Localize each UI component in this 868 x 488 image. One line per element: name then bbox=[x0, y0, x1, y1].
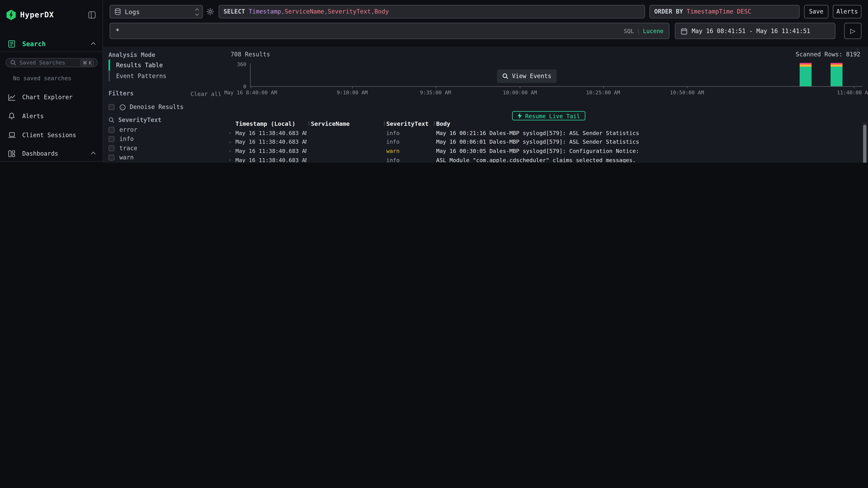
scrollbar-thumb[interactable] bbox=[863, 125, 866, 163]
alerts-button[interactable]: Alerts bbox=[833, 5, 862, 19]
results-count: 708 Results bbox=[230, 51, 270, 58]
x-axis-label: 10:50:00 AM bbox=[670, 90, 704, 95]
row-expand-chevron-icon[interactable]: › bbox=[227, 157, 236, 163]
time-range-picker[interactable]: May 16 08:41:51 - May 16 11:41:51 bbox=[675, 23, 835, 39]
clear-all-link[interactable]: Clear all bbox=[190, 90, 221, 97]
database-icon bbox=[115, 8, 121, 15]
query-search-input[interactable]: * SQL|Lucene bbox=[110, 23, 670, 39]
bar-segment-error bbox=[831, 63, 843, 64]
brand-title: HyperDX bbox=[20, 10, 54, 19]
sql-mode-label[interactable]: SQL bbox=[624, 28, 634, 34]
chart-explorer-icon bbox=[8, 93, 16, 101]
scrollbar-track[interactable] bbox=[863, 123, 867, 163]
analysis-mode-tab-results-table[interactable]: Results Table bbox=[108, 60, 222, 70]
cell-severity: info bbox=[386, 139, 432, 145]
table-row[interactable]: ›May 16 11:38:40.683 AMinfoMay 16 00:06:… bbox=[227, 137, 868, 147]
column-header-timestamp[interactable]: Timestamp (Local) bbox=[236, 120, 307, 127]
source-settings-gear-icon[interactable] bbox=[206, 8, 214, 16]
search-page-icon bbox=[8, 40, 16, 48]
filter-option-trace[interactable]: trace bbox=[108, 144, 222, 152]
column-header-body[interactable]: Body bbox=[436, 120, 868, 127]
table-row[interactable]: ›May 16 11:38:40.683 AMwarnMay 16 00:30:… bbox=[227, 147, 868, 156]
sidebar-collapse-icon[interactable] bbox=[88, 11, 96, 19]
x-axis-tick bbox=[435, 86, 436, 88]
sql-select-keyword: SELECT bbox=[223, 8, 245, 15]
sidebar-item-chart-explorer[interactable]: Chart Explorer bbox=[0, 91, 102, 103]
histogram-bar[interactable] bbox=[800, 63, 811, 86]
chevron-up-down-icon bbox=[196, 7, 198, 16]
bell-icon bbox=[8, 112, 16, 120]
divider bbox=[0, 52, 102, 52]
column-resize-handle[interactable]: ⋮ bbox=[432, 121, 436, 126]
row-expand-chevron-icon[interactable]: › bbox=[227, 130, 236, 136]
lucene-mode-label[interactable]: Lucene bbox=[643, 28, 663, 34]
facet-severitytext: SeverityText bbox=[108, 116, 222, 124]
row-expand-chevron-icon[interactable]: › bbox=[227, 139, 236, 145]
table-options-kebab-icon[interactable]: ⋮ bbox=[855, 48, 860, 55]
y-axis-max-label: 360 bbox=[228, 61, 246, 67]
row-expand-chevron-icon[interactable]: › bbox=[227, 148, 236, 154]
column-resize-handle[interactable]: ⋮ bbox=[382, 121, 386, 126]
x-axis-label: 10:00:00 AM bbox=[503, 90, 537, 95]
sql-orderby-keyword: ORDER BY bbox=[654, 8, 683, 15]
chevron-up-icon[interactable] bbox=[92, 150, 95, 157]
filter-option-error[interactable]: error bbox=[108, 126, 222, 134]
select-columns-input[interactable]: SELECT Timestamp, ServiceName, SeverityT… bbox=[219, 5, 645, 19]
cell-body: ASL Module "com.apple.cdscheduler" claim… bbox=[436, 157, 868, 163]
histogram-bar[interactable] bbox=[831, 63, 843, 86]
sidebar-item-label: Chart Explorer bbox=[22, 94, 72, 101]
column-header-severitytext[interactable]: SeverityText bbox=[386, 120, 432, 127]
checkbox[interactable] bbox=[108, 127, 115, 133]
view-events-button[interactable]: View Events bbox=[497, 69, 557, 83]
cell-body: May 16 00:21:16 Dales-MBP syslogd[579]: … bbox=[436, 130, 868, 136]
lightning-bolt-icon bbox=[518, 113, 522, 119]
save-button[interactable]: Save bbox=[804, 5, 828, 19]
cell-timestamp: May 16 11:38:40.683 AM bbox=[236, 157, 307, 163]
order-by-input[interactable]: ORDER BY TimestampTime DESC bbox=[649, 5, 800, 19]
saved-searches-input[interactable]: Saved Searches ⌘ K bbox=[5, 58, 98, 67]
time-range-value: May 16 08:41:51 - May 16 11:41:51 bbox=[692, 28, 810, 35]
denoise-icon bbox=[119, 104, 126, 110]
checkbox[interactable] bbox=[108, 145, 115, 151]
denoise-results-option[interactable]: Denoise Results bbox=[108, 103, 222, 111]
bar-segment-warn bbox=[831, 64, 843, 67]
analysis-mode-tab-event-patterns[interactable]: Event Patterns bbox=[108, 70, 222, 81]
filter-option-info[interactable]: info bbox=[108, 135, 222, 143]
sidebar: HyperDX Search Saved Searches ⌘ K bbox=[0, 0, 103, 163]
sidebar-item-dashboards[interactable]: Dashboards bbox=[0, 148, 102, 159]
x-axis-label: May 16 8:40:00 AM bbox=[224, 90, 277, 95]
run-query-button[interactable]: ▷ bbox=[844, 23, 862, 39]
table-row[interactable]: ›May 16 11:38:40.683 AMinfoMay 16 00:21:… bbox=[227, 129, 868, 137]
search-icon bbox=[502, 73, 508, 79]
search-icon[interactable] bbox=[108, 117, 115, 123]
chevron-up-icon[interactable] bbox=[92, 40, 95, 48]
shortcut-badge: ⌘ K bbox=[81, 60, 94, 66]
scanned-rows: Scanned Rows: 8192 bbox=[796, 51, 860, 58]
column-resize-handle[interactable]: ⋮ bbox=[307, 121, 311, 126]
sidebar-item-alerts[interactable]: Alerts bbox=[0, 110, 102, 122]
checkbox[interactable] bbox=[108, 155, 115, 161]
sql-column: SeverityText bbox=[328, 8, 371, 15]
filter-option-label: warn bbox=[119, 154, 134, 161]
calendar-icon bbox=[681, 28, 687, 35]
sidebar-item-client-sessions[interactable]: Client Sessions bbox=[0, 129, 102, 141]
source-select-value: Logs bbox=[125, 8, 140, 15]
dashboards-icon bbox=[8, 150, 16, 158]
column-header-servicename[interactable]: ServiceName bbox=[311, 120, 382, 127]
query-language-toggle[interactable]: SQL|Lucene bbox=[624, 28, 663, 34]
table-row[interactable]: ›May 16 11:38:40.683 AMinfoASL Module "c… bbox=[227, 156, 868, 163]
no-saved-searches-text: No saved searches bbox=[13, 75, 71, 81]
cell-severity: warn bbox=[386, 148, 432, 154]
x-axis-tick bbox=[854, 86, 855, 88]
search-icon bbox=[10, 60, 16, 66]
source-select[interactable]: Logs bbox=[110, 5, 203, 19]
x-axis-label: 10:25:00 AM bbox=[586, 90, 620, 95]
x-axis-label: 11:40:00 AM bbox=[837, 90, 868, 95]
sidebar-item-search[interactable]: Search bbox=[0, 38, 102, 50]
topbar: Logs SELECT Timestamp, ServiceName, Seve… bbox=[103, 0, 868, 46]
checkbox[interactable] bbox=[108, 136, 115, 142]
filter-option-label: error bbox=[119, 126, 137, 133]
sidebar-item-label: Dashboards bbox=[22, 150, 58, 157]
filter-option-warn[interactable]: warn bbox=[108, 154, 222, 162]
checkbox[interactable] bbox=[108, 104, 115, 110]
